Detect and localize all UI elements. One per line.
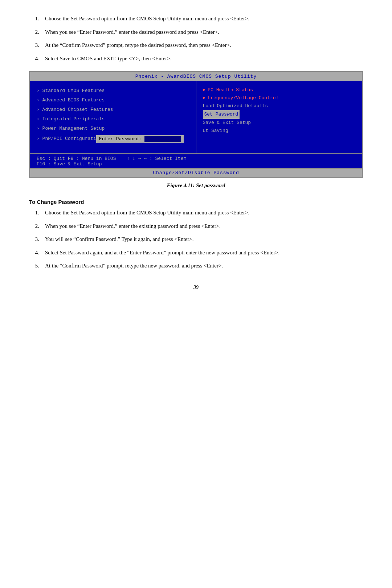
bios-right-freq: ► Frequency/Voltage Control [203,94,356,102]
bios-screenshot: Phoenix - AwardBIOS CMOS Setup Utility ›… [29,71,363,178]
bios-right-column: ► PC Health Status ► Frequency/Voltage C… [196,81,362,153]
bios-title: Phoenix - AwardBIOS CMOS Setup Utility [30,72,362,81]
bios-password-input[interactable] [144,136,181,142]
bios-menu-advanced-chipset: › Advanced Chipset Features [37,105,189,114]
bios-right-load-opt: Load Optimized Defaults [203,102,356,110]
bios-dialog-row: › PnP/PCI Configurati Enter Password: [37,134,189,144]
bios-left-column: › Standard CMOS Features › Advanced BIOS… [30,81,196,153]
bios-right-set-password: Set Password [203,110,356,119]
change-step-3: 3. You will see “Confirm Password.” Type… [29,235,363,243]
figure-caption: Figure 4.11: Set password [29,182,363,189]
bios-status-line2: F10 : Save & Exit Setup [37,161,355,167]
change-steps-list: 1. Choose the Set Password option from t… [29,209,363,270]
bios-right-pc-health: ► PC Health Status [203,86,356,94]
bios-menu-power: › Power Management Setup [37,124,189,133]
bios-footer: Change/Set/Disable Password [30,168,362,177]
bios-right-ut-saving: ut Saving [203,127,356,135]
change-step-2: 2. When you see “Enter Password,” enter … [29,222,363,230]
arrow-icon: ► [203,94,206,102]
intro-step-2: 2. When you see “Enter Password,” enter … [29,28,363,36]
intro-step-4: 4. Select Save to CMOS and EXIT, type <Y… [29,55,363,63]
change-step-4: 4. Select Set Password again, and at the… [29,249,363,257]
intro-step-1: 1. Choose the Set Password option from t… [29,15,363,23]
bios-enter-password-dialog: Enter Password: [96,135,184,143]
change-step-5: 5. At the “Confirm Password” prompt, ret… [29,262,363,270]
bios-right-save-exit: Save & Exit Setup [203,119,356,127]
intro-list: 1. Choose the Set Password option from t… [29,15,363,63]
bios-status-bar: Esc : Quit F9 : Menu in BIOS ↑ ↓ → ← : S… [30,153,362,168]
bios-body: › Standard CMOS Features › Advanced BIOS… [30,81,362,153]
change-step-1: 1. Choose the Set Password option from t… [29,209,363,217]
intro-step-3: 3. At the “Confirm Password” prompt, ret… [29,41,363,49]
page-number: 39 [29,285,363,290]
arrow-icon: ► [203,86,206,94]
bios-menu-advanced-bios: › Advanced BIOS Features [37,96,189,105]
bios-menu-pnp: › PnP/PCI Configurati [37,134,96,144]
bios-menu-standard: › Standard CMOS Features [37,86,189,96]
bios-menu-integrated: › Integrated Peripherals [37,114,189,124]
bios-status-line1: Esc : Quit F9 : Menu in BIOS ↑ ↓ → ← : S… [37,156,355,161]
change-password-heading: To Change Password [29,199,363,205]
